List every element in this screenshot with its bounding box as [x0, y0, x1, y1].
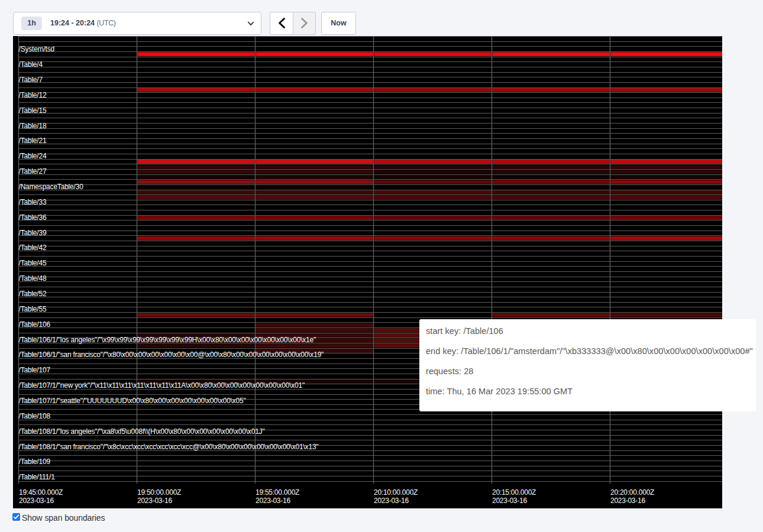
svg-text:/Table/39: /Table/39 — [19, 229, 47, 237]
svg-text:/Table/109: /Table/109 — [19, 458, 51, 466]
svg-text:/Table/108/1/"san francisco"/": /Table/108/1/"san francisco"/"\x8c\xcc\x… — [19, 443, 319, 451]
svg-text:/Table/107: /Table/107 — [19, 366, 51, 374]
svg-text:/Table/52: /Table/52 — [19, 290, 47, 298]
svg-text:/Table/36: /Table/36 — [19, 213, 47, 222]
svg-text:/Table/27: /Table/27 — [19, 167, 47, 176]
svg-text:19:50:00.000Z: 19:50:00.000Z — [137, 488, 181, 497]
svg-text:/Table/55: /Table/55 — [19, 305, 47, 313]
svg-text:19:55:00.000Z: 19:55:00.000Z — [256, 488, 299, 497]
svg-text:/Table/24: /Table/24 — [19, 152, 47, 160]
svg-text:/Table/18: /Table/18 — [19, 122, 47, 130]
svg-text:/Table/111/1: /Table/111/1 — [19, 473, 56, 481]
svg-text:20:20:00.000Z: 20:20:00.000Z — [610, 488, 654, 497]
svg-text:/Table/107/1/"seattle"/"UUUUUU: /Table/107/1/"seattle"/"UUUUUUUD\x00\x80… — [19, 397, 246, 405]
svg-text:/Table/21: /Table/21 — [19, 137, 47, 145]
svg-text:/Table/15: /Table/15 — [19, 106, 47, 115]
svg-text:/Table/12: /Table/12 — [19, 91, 47, 99]
svg-text:20:10:00.000Z: 20:10:00.000Z — [374, 488, 418, 497]
svg-text:/Table/45: /Table/45 — [19, 259, 47, 267]
svg-text:/Table/108/1/"los angeles"/"\x: /Table/108/1/"los angeles"/"\xa8\xf5\u00… — [19, 427, 265, 436]
svg-text:/Table/106/1/"los angeles"/"\x: /Table/106/1/"los angeles"/"\x99\x99\x99… — [19, 336, 316, 344]
svg-text:/Table/4: /Table/4 — [19, 60, 43, 69]
svg-text:/NamespaceTable/30: /NamespaceTable/30 — [19, 183, 84, 191]
svg-text:2023-03-16: 2023-03-16 — [19, 497, 54, 505]
svg-text:/Table/7: /Table/7 — [19, 76, 43, 84]
svg-text:/Table/106/1/"san francisco"/": /Table/106/1/"san francisco"/"\x80\x00\x… — [19, 351, 324, 359]
svg-text:2023-03-16: 2023-03-16 — [492, 497, 527, 505]
svg-text:2023-03-16: 2023-03-16 — [374, 497, 409, 505]
svg-text:/Table/107/1/"new york"/"\x11\: /Table/107/1/"new york"/"\x11\x11\x11\x1… — [19, 381, 305, 390]
svg-text:2023-03-16: 2023-03-16 — [610, 497, 645, 505]
svg-text:/Table/108: /Table/108 — [19, 412, 51, 420]
svg-text:/Table/48: /Table/48 — [19, 274, 47, 283]
svg-text:20:15:00.000Z: 20:15:00.000Z — [492, 488, 536, 497]
svg-text:2023-03-16: 2023-03-16 — [256, 497, 290, 505]
svg-text:/System/tsd: /System/tsd — [19, 45, 54, 53]
svg-text:/Table/42: /Table/42 — [19, 244, 47, 252]
svg-text:/Table/106: /Table/106 — [19, 320, 51, 329]
svg-text:2023-03-16: 2023-03-16 — [137, 497, 172, 505]
svg-text:/Table/33: /Table/33 — [19, 198, 47, 206]
svg-text:19:45:00.000Z: 19:45:00.000Z — [19, 488, 63, 497]
